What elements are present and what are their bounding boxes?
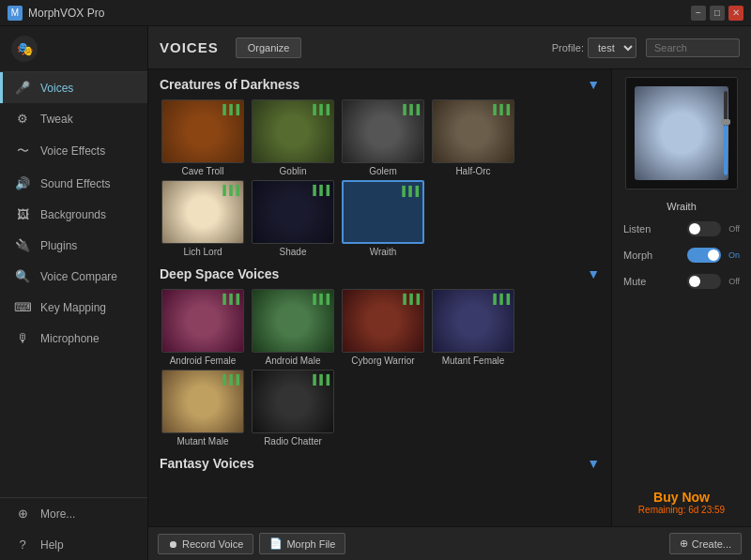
group-arrow-deep-space[interactable]: ▼ <box>587 266 600 281</box>
window-controls: − □ ✕ <box>691 6 743 21</box>
voice-thumb-half-orc: ▐▐▐ <box>432 99 514 163</box>
toolbar-title: VOICES <box>160 39 219 55</box>
record-voice-button[interactable]: ⏺ Record Voice <box>158 534 253 554</box>
sidebar-item-sound-effects[interactable]: 🔊 Sound Effects <box>0 168 147 199</box>
signal-icon: ▐▐▐ <box>399 186 419 196</box>
voice-thumb-mutant-female: ▐▐▐ <box>432 289 514 353</box>
voice-item-shade[interactable]: ▐▐▐ Shade <box>250 180 336 257</box>
voice-label-mutant-female: Mutant Female <box>442 356 505 366</box>
sidebar-item-more[interactable]: ⊕ More... <box>0 498 147 529</box>
sidebar-item-voice-effects[interactable]: 〜 Voice Effects <box>0 134 147 168</box>
sidebar-label-backgrounds: Backgrounds <box>40 208 106 221</box>
voice-grid-deep-space: ▐▐▐ Android Female ▐▐▐ Android Male <box>160 289 600 446</box>
maximize-button[interactable]: □ <box>710 6 725 21</box>
create-label: Create... <box>692 538 731 550</box>
morph-file-label: Morph File <box>286 538 335 550</box>
sidebar-item-help[interactable]: ? Help <box>0 529 147 560</box>
sidebar-label-more: More... <box>40 507 75 521</box>
content-area: VOICES Organize Profile: test Creatures … <box>148 26 751 560</box>
voice-thumb-shade: ▐▐▐ <box>252 180 334 244</box>
listen-toggle[interactable] <box>687 221 721 236</box>
voice-thumb-cyborg-warrior: ▐▐▐ <box>342 289 424 353</box>
group-arrow-fantasy[interactable]: ▼ <box>587 456 600 471</box>
voice-item-goblin[interactable]: ▐▐▐ Goblin <box>250 99 336 176</box>
group-arrow-creatures[interactable]: ▼ <box>587 77 600 92</box>
voices-toolbar: VOICES Organize Profile: test <box>148 26 751 69</box>
sidebar-item-voices[interactable]: 🎤 Voices <box>0 72 147 103</box>
voice-label-android-female: Android Female <box>170 356 237 366</box>
group-title-deep-space: Deep Space Voices <box>160 266 279 281</box>
voices-panel[interactable]: Creatures of Darkness ▼ ▐▐▐ Cave Troll <box>148 69 612 526</box>
voice-thumb-android-female: ▐▐▐ <box>161 289 244 353</box>
voice-item-mutant-female[interactable]: ▐▐▐ Mutant Female <box>430 289 516 366</box>
buy-now-area: Buy Now Remaining: 6d 23:59 <box>635 486 728 519</box>
profile-select[interactable]: test <box>588 38 636 58</box>
voice-thumb-goblin: ▐▐▐ <box>252 99 334 163</box>
voice-item-lich-lord[interactable]: ▐▐▐ Lich Lord <box>160 180 246 257</box>
voice-item-cave-troll[interactable]: ▐▐▐ Cave Troll <box>160 99 246 176</box>
sidebar-item-backgrounds[interactable]: 🖼 Backgrounds <box>0 199 147 230</box>
signal-icon: ▐▐▐ <box>490 294 510 304</box>
sidebar-label-help: Help <box>40 538 64 552</box>
voice-thumb-golem: ▐▐▐ <box>342 99 424 163</box>
record-voice-label: Record Voice <box>182 538 243 550</box>
listen-label: Listen <box>623 223 651 235</box>
voice-thumb-cave-troll: ▐▐▐ <box>161 99 244 163</box>
mute-knob <box>689 276 700 287</box>
sidebar-label-key-mapping: Key Mapping <box>40 301 106 314</box>
signal-icon: ▐▐▐ <box>310 294 330 304</box>
voice-item-half-orc[interactable]: ▐▐▐ Half-Orc <box>430 99 516 176</box>
tweak-icon: ⚙ <box>14 112 31 126</box>
bottom-bar: ⏺ Record Voice 📄 Morph File ⊕ Create... <box>148 526 751 560</box>
create-button[interactable]: ⊕ Create... <box>669 533 742 554</box>
organize-button[interactable]: Organize <box>236 38 302 58</box>
mute-toggle[interactable] <box>687 274 721 289</box>
volume-handle[interactable] <box>721 119 730 125</box>
signal-icon: ▐▐▐ <box>220 104 239 114</box>
listen-row: Listen Off <box>620 219 743 238</box>
sidebar-item-plugins[interactable]: 🔌 Plugins <box>0 230 147 261</box>
listen-state: Off <box>728 224 740 234</box>
voice-compare-icon: 🔍 <box>14 269 31 283</box>
volume-track <box>724 91 728 175</box>
group-title-creatures: Creatures of Darkness <box>160 77 299 92</box>
voice-label-half-orc: Half-Orc <box>455 166 490 176</box>
sidebar-item-key-mapping[interactable]: ⌨ Key Mapping <box>0 292 147 323</box>
voice-item-wraith[interactable]: ▐▐▐ Wraith <box>340 180 426 257</box>
signal-icon: ▐▐▐ <box>400 104 420 114</box>
voice-item-android-male[interactable]: ▐▐▐ Android Male <box>250 289 336 366</box>
voice-grid-creatures: ▐▐▐ Cave Troll ▐▐▐ Goblin ▐▐ <box>160 99 600 257</box>
sidebar-label-microphone: Microphone <box>40 332 100 345</box>
sidebar-label-tweak: Tweak <box>40 113 73 126</box>
minimize-button[interactable]: − <box>691 6 706 21</box>
voice-thumb-lich-lord: ▐▐▐ <box>161 180 244 244</box>
voice-label-golem: Golem <box>369 166 396 176</box>
group-header-creatures: Creatures of Darkness ▼ <box>160 77 600 92</box>
voice-item-radio-chatter[interactable]: ▐▐▐ Radio Chatter <box>250 370 336 446</box>
search-input[interactable] <box>646 38 740 57</box>
voice-label-mutant-male: Mutant Male <box>176 436 228 446</box>
app-icon: M <box>8 6 23 21</box>
voice-item-cyborg-warrior[interactable]: ▐▐▐ Cyborg Warrior <box>340 289 426 366</box>
sidebar-logo: 🎭 <box>0 26 147 72</box>
mute-state: Off <box>728 277 740 286</box>
buy-now-button[interactable]: Buy Now <box>638 490 725 505</box>
voice-item-mutant-male[interactable]: ▐▐▐ Mutant Male <box>160 370 246 446</box>
signal-icon: ▐▐▐ <box>310 104 330 114</box>
voice-item-golem[interactable]: ▐▐▐ Golem <box>340 99 426 176</box>
record-icon: ⏺ <box>168 538 178 550</box>
morph-file-button[interactable]: 📄 Morph File <box>259 533 345 554</box>
group-header-deep-space: Deep Space Voices ▼ <box>160 266 600 281</box>
close-button[interactable]: ✕ <box>728 6 743 21</box>
more-icon: ⊕ <box>14 507 31 521</box>
sidebar-item-microphone[interactable]: 🎙 Microphone <box>0 323 147 354</box>
sidebar-item-tweak[interactable]: ⚙ Tweak <box>0 103 147 134</box>
morph-state: On <box>728 250 740 260</box>
sidebar-label-voices: Voices <box>40 82 73 95</box>
voice-item-android-female[interactable]: ▐▐▐ Android Female <box>160 289 246 366</box>
morph-toggle[interactable] <box>687 248 721 263</box>
sidebar-item-voice-compare[interactable]: 🔍 Voice Compare <box>0 261 147 292</box>
app-title: MorphVOX Pro <box>28 7 691 20</box>
key-mapping-icon: ⌨ <box>14 300 31 314</box>
voice-label-cyborg-warrior: Cyborg Warrior <box>351 356 414 366</box>
